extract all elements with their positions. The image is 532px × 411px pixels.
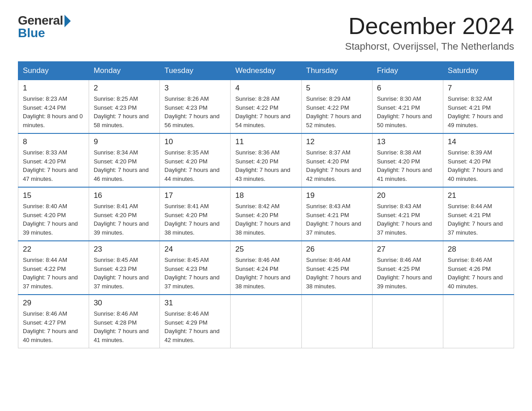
day-number: 10 <box>164 137 226 146</box>
calendar-cell: 5Sunrise: 8:29 AMSunset: 4:22 PMDaylight… <box>301 80 372 134</box>
day-number: 21 <box>448 191 509 200</box>
week-row-5: 29Sunrise: 8:46 AMSunset: 4:27 PMDayligh… <box>18 295 514 348</box>
calendar-cell <box>301 295 372 348</box>
weekday-header-sunday: Sunday <box>18 62 89 80</box>
weekday-header-wednesday: Wednesday <box>231 62 301 80</box>
weekday-header-thursday: Thursday <box>301 62 372 80</box>
calendar-cell: 9Sunrise: 8:34 AMSunset: 4:20 PMDaylight… <box>89 133 160 187</box>
day-info: Sunrise: 8:43 AMSunset: 4:21 PMDaylight:… <box>377 202 438 237</box>
calendar-cell: 14Sunrise: 8:39 AMSunset: 4:20 PMDayligh… <box>443 133 514 187</box>
day-info: Sunrise: 8:30 AMSunset: 4:21 PMDaylight:… <box>377 94 438 129</box>
calendar-cell: 21Sunrise: 8:44 AMSunset: 4:21 PMDayligh… <box>443 187 514 241</box>
logo-blue-text: Blue <box>18 26 45 40</box>
day-info: Sunrise: 8:23 AMSunset: 4:24 PMDaylight:… <box>23 94 84 129</box>
calendar-cell: 18Sunrise: 8:42 AMSunset: 4:20 PMDayligh… <box>231 187 301 241</box>
day-number: 27 <box>377 245 438 254</box>
day-number: 3 <box>164 84 226 93</box>
calendar-cell: 2Sunrise: 8:25 AMSunset: 4:23 PMDaylight… <box>89 80 160 134</box>
day-info: Sunrise: 8:34 AMSunset: 4:20 PMDaylight:… <box>94 148 155 183</box>
day-info: Sunrise: 8:44 AMSunset: 4:21 PMDaylight:… <box>448 202 509 237</box>
day-number: 4 <box>235 84 296 93</box>
day-number: 23 <box>94 245 155 254</box>
weekday-header-saturday: Saturday <box>443 62 514 80</box>
day-number: 2 <box>94 84 155 93</box>
weekday-header-monday: Monday <box>89 62 160 80</box>
weekday-header-friday: Friday <box>372 62 443 80</box>
day-info: Sunrise: 8:46 AMSunset: 4:24 PMDaylight:… <box>235 256 296 291</box>
calendar-cell: 6Sunrise: 8:30 AMSunset: 4:21 PMDaylight… <box>372 80 443 134</box>
location-subtitle: Staphorst, Overijssel, The Netherlands <box>345 41 514 52</box>
day-info: Sunrise: 8:46 AMSunset: 4:26 PMDaylight:… <box>448 256 509 291</box>
calendar-cell <box>231 295 301 348</box>
day-info: Sunrise: 8:28 AMSunset: 4:22 PMDaylight:… <box>235 94 296 129</box>
day-info: Sunrise: 8:25 AMSunset: 4:23 PMDaylight:… <box>94 94 155 129</box>
week-row-4: 22Sunrise: 8:44 AMSunset: 4:22 PMDayligh… <box>18 241 514 295</box>
week-row-3: 15Sunrise: 8:40 AMSunset: 4:20 PMDayligh… <box>18 187 514 241</box>
day-info: Sunrise: 8:35 AMSunset: 4:20 PMDaylight:… <box>164 148 226 183</box>
day-info: Sunrise: 8:46 AMSunset: 4:29 PMDaylight:… <box>164 309 226 344</box>
calendar-cell: 27Sunrise: 8:46 AMSunset: 4:25 PMDayligh… <box>372 241 443 295</box>
day-info: Sunrise: 8:26 AMSunset: 4:23 PMDaylight:… <box>164 94 226 129</box>
day-info: Sunrise: 8:46 AMSunset: 4:25 PMDaylight:… <box>377 256 438 291</box>
day-number: 17 <box>164 191 226 200</box>
day-info: Sunrise: 8:37 AMSunset: 4:20 PMDaylight:… <box>306 148 368 183</box>
calendar-cell: 28Sunrise: 8:46 AMSunset: 4:26 PMDayligh… <box>443 241 514 295</box>
title-block: December 2024 Staphorst, Overijssel, The… <box>345 13 514 52</box>
day-info: Sunrise: 8:46 AMSunset: 4:27 PMDaylight:… <box>23 309 84 344</box>
calendar-cell: 25Sunrise: 8:46 AMSunset: 4:24 PMDayligh… <box>231 241 301 295</box>
calendar-cell: 17Sunrise: 8:41 AMSunset: 4:20 PMDayligh… <box>160 187 231 241</box>
day-info: Sunrise: 8:45 AMSunset: 4:23 PMDaylight:… <box>94 256 155 291</box>
logo: General Blue <box>18 13 71 40</box>
calendar-cell: 11Sunrise: 8:36 AMSunset: 4:20 PMDayligh… <box>231 133 301 187</box>
calendar-cell: 16Sunrise: 8:41 AMSunset: 4:20 PMDayligh… <box>89 187 160 241</box>
day-number: 31 <box>164 299 226 308</box>
day-number: 30 <box>94 299 155 308</box>
calendar-cell: 15Sunrise: 8:40 AMSunset: 4:20 PMDayligh… <box>18 187 89 241</box>
day-number: 20 <box>377 191 438 200</box>
calendar-cell: 7Sunrise: 8:32 AMSunset: 4:21 PMDaylight… <box>443 80 514 134</box>
logo-arrow-icon <box>64 15 71 27</box>
day-info: Sunrise: 8:38 AMSunset: 4:20 PMDaylight:… <box>377 148 438 183</box>
weekday-header-tuesday: Tuesday <box>160 62 231 80</box>
day-number: 12 <box>306 137 368 146</box>
day-info: Sunrise: 8:32 AMSunset: 4:21 PMDaylight:… <box>448 94 509 129</box>
day-number: 7 <box>448 84 509 93</box>
day-number: 28 <box>448 245 509 254</box>
day-info: Sunrise: 8:39 AMSunset: 4:20 PMDaylight:… <box>448 148 509 183</box>
calendar-cell: 12Sunrise: 8:37 AMSunset: 4:20 PMDayligh… <box>301 133 372 187</box>
day-number: 29 <box>23 299 84 308</box>
calendar-cell: 19Sunrise: 8:43 AMSunset: 4:21 PMDayligh… <box>301 187 372 241</box>
weekday-header-row: SundayMondayTuesdayWednesdayThursdayFrid… <box>18 62 514 80</box>
day-info: Sunrise: 8:43 AMSunset: 4:21 PMDaylight:… <box>306 202 368 237</box>
day-number: 13 <box>377 137 438 146</box>
calendar-cell: 24Sunrise: 8:45 AMSunset: 4:23 PMDayligh… <box>160 241 231 295</box>
day-info: Sunrise: 8:44 AMSunset: 4:22 PMDaylight:… <box>23 256 84 291</box>
calendar-cell: 3Sunrise: 8:26 AMSunset: 4:23 PMDaylight… <box>160 80 231 134</box>
calendar-cell: 26Sunrise: 8:46 AMSunset: 4:25 PMDayligh… <box>301 241 372 295</box>
day-info: Sunrise: 8:33 AMSunset: 4:20 PMDaylight:… <box>23 148 84 183</box>
day-info: Sunrise: 8:46 AMSunset: 4:25 PMDaylight:… <box>306 256 368 291</box>
day-number: 18 <box>235 191 296 200</box>
calendar-cell: 10Sunrise: 8:35 AMSunset: 4:20 PMDayligh… <box>160 133 231 187</box>
day-number: 22 <box>23 245 84 254</box>
day-number: 15 <box>23 191 84 200</box>
day-number: 26 <box>306 245 368 254</box>
calendar-cell: 23Sunrise: 8:45 AMSunset: 4:23 PMDayligh… <box>89 241 160 295</box>
week-row-1: 1Sunrise: 8:23 AMSunset: 4:24 PMDaylight… <box>18 80 514 134</box>
calendar-cell: 13Sunrise: 8:38 AMSunset: 4:20 PMDayligh… <box>372 133 443 187</box>
day-info: Sunrise: 8:41 AMSunset: 4:20 PMDaylight:… <box>164 202 226 237</box>
day-number: 19 <box>306 191 368 200</box>
day-info: Sunrise: 8:46 AMSunset: 4:28 PMDaylight:… <box>94 309 155 344</box>
month-title: December 2024 <box>345 13 514 39</box>
day-number: 1 <box>23 84 84 93</box>
calendar-table: SundayMondayTuesdayWednesdayThursdayFrid… <box>18 61 514 348</box>
page-header: General Blue December 2024 Staphorst, Ov… <box>18 13 514 52</box>
day-number: 9 <box>94 137 155 146</box>
calendar-cell: 31Sunrise: 8:46 AMSunset: 4:29 PMDayligh… <box>160 295 231 348</box>
calendar-cell: 1Sunrise: 8:23 AMSunset: 4:24 PMDaylight… <box>18 80 89 134</box>
day-info: Sunrise: 8:36 AMSunset: 4:20 PMDaylight:… <box>235 148 296 183</box>
day-info: Sunrise: 8:42 AMSunset: 4:20 PMDaylight:… <box>235 202 296 237</box>
calendar-cell: 4Sunrise: 8:28 AMSunset: 4:22 PMDaylight… <box>231 80 301 134</box>
day-number: 25 <box>235 245 296 254</box>
calendar-cell: 22Sunrise: 8:44 AMSunset: 4:22 PMDayligh… <box>18 241 89 295</box>
